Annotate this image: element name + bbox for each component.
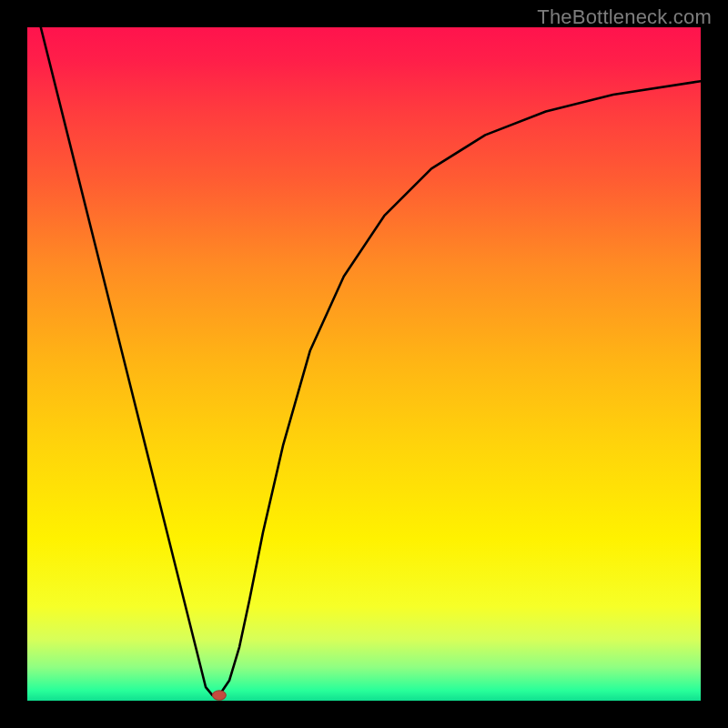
chart-frame: TheBottleneck.com xyxy=(0,0,728,728)
bottleneck-chart xyxy=(27,27,701,701)
gradient-background xyxy=(27,27,701,701)
watermark-text: TheBottleneck.com xyxy=(537,5,712,29)
optimal-marker xyxy=(213,691,227,700)
